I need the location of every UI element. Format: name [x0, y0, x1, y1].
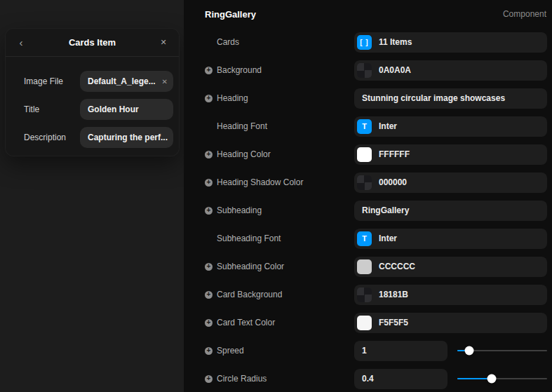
- background-color-swatch[interactable]: [357, 63, 372, 78]
- card-text-color-field[interactable]: F5F5F5: [354, 313, 547, 333]
- property-row-background: + Background 0A0A0A: [184, 56, 552, 84]
- add-override-icon[interactable]: +: [205, 319, 213, 327]
- add-override-icon[interactable]: +: [205, 291, 213, 299]
- heading-label-group: + Heading: [184, 93, 354, 103]
- circle-radius-label: Circle Radius: [217, 374, 267, 384]
- heading-shadow-color-label: Heading Shadow Color: [217, 177, 303, 187]
- card-background-label: Card Background: [217, 290, 282, 299]
- add-override-icon[interactable]: +: [205, 207, 213, 215]
- background-field[interactable]: 0A0A0A: [354, 60, 547, 81]
- circle-radius-slider[interactable]: [457, 374, 547, 384]
- cards-label-group: Cards: [184, 37, 354, 47]
- card-text-color-label: Card Text Color: [217, 318, 275, 327]
- property-row-card-background: + Card Background 18181B: [184, 281, 552, 309]
- add-override-icon[interactable]: +: [205, 263, 213, 271]
- card-text-color-swatch[interactable]: [357, 316, 372, 330]
- description-input[interactable]: Capturing the perf...: [80, 127, 173, 148]
- spreed-slider[interactable]: [457, 346, 547, 356]
- title-input[interactable]: Golden Hour: [80, 99, 173, 120]
- cards-value: 11 Items: [379, 37, 412, 47]
- add-override-icon[interactable]: +: [205, 347, 213, 355]
- description-label: Description: [24, 133, 80, 142]
- subheading-color-label-group: + Subheading Color: [184, 262, 354, 271]
- font-icon[interactable]: T: [357, 119, 372, 134]
- description-row: Description Capturing the perf...: [24, 123, 173, 151]
- circle-radius-label-group: + Circle Radius: [184, 374, 354, 384]
- back-chevron-icon[interactable]: ‹: [15, 37, 27, 48]
- subheading-font-label-group: Subheading Font: [184, 234, 354, 243]
- property-row-subheading: + Subheading RingGallery: [184, 196, 552, 224]
- heading-control: Stunning circular image showcases: [354, 88, 547, 109]
- heading-font-value: Inter: [379, 121, 397, 131]
- heading-color-value: FFFFFF: [379, 149, 410, 159]
- component-title: RingGallery: [205, 9, 256, 20]
- property-row-heading-font: Heading Font T Inter: [184, 112, 552, 140]
- background-control: 0A0A0A: [354, 60, 547, 81]
- title-row: Title Golden Hour: [24, 95, 173, 123]
- heading-label: Heading: [217, 93, 248, 103]
- circle-radius-value: 0.4: [362, 374, 374, 384]
- property-row-subheading-font: Subheading Font T Inter: [184, 224, 552, 252]
- circle-radius-number-input[interactable]: 0.4: [354, 369, 447, 389]
- slider-knob[interactable]: [487, 374, 496, 384]
- array-icon[interactable]: [ ]: [357, 35, 372, 50]
- popover-header: ‹ Cards Item ✕: [6, 29, 179, 57]
- card-background-label-group: + Card Background: [184, 290, 354, 299]
- title-value: Golden Hour: [88, 104, 168, 114]
- description-value: Capturing the perf...: [88, 133, 168, 142]
- image-file-value: Default_A_lege...: [88, 76, 158, 86]
- subheading-input[interactable]: RingGallery: [354, 201, 547, 221]
- background-label-group: + Background: [184, 65, 354, 75]
- slider-knob[interactable]: [464, 346, 473, 356]
- card-background-control: 18181B: [354, 285, 547, 305]
- close-icon[interactable]: ✕: [158, 39, 169, 46]
- property-row-heading: + Heading Stunning circular image showca…: [184, 84, 552, 112]
- circle-radius-control: 0.4: [354, 369, 547, 389]
- heading-shadow-label-group: + Heading Shadow Color: [184, 177, 354, 187]
- canvas-area: ‹ Cards Item ✕ Image File Default_A_lege…: [0, 0, 184, 392]
- card-background-field[interactable]: 18181B: [354, 285, 547, 305]
- background-value: 0A0A0A: [379, 65, 411, 75]
- heading-font-control: T Inter: [354, 116, 547, 137]
- subheading-font-field[interactable]: T Inter: [354, 229, 547, 249]
- subheading-control: RingGallery: [354, 201, 547, 221]
- card-background-swatch[interactable]: [357, 288, 372, 302]
- image-file-input[interactable]: Default_A_lege... ✕: [80, 71, 173, 92]
- subheading-font-label: Subheading Font: [217, 234, 281, 243]
- add-override-icon[interactable]: +: [205, 375, 213, 383]
- heading-shadow-color-control: 000000: [354, 173, 547, 193]
- heading-shadow-color-field[interactable]: 000000: [354, 173, 547, 193]
- add-override-icon[interactable]: +: [205, 179, 213, 187]
- property-row-circle-radius: + Circle Radius 0.4: [184, 365, 552, 392]
- subheading-color-field[interactable]: CCCCCC: [354, 257, 547, 277]
- heading-shadow-color-swatch[interactable]: [357, 175, 372, 190]
- heading-color-field[interactable]: FFFFFF: [354, 144, 547, 165]
- add-override-icon[interactable]: +: [205, 67, 213, 74]
- cards-field[interactable]: [ ] 11 Items: [354, 32, 547, 53]
- spreed-label: Spreed: [217, 346, 244, 356]
- popover-title: Cards Item: [6, 37, 179, 48]
- spreed-control: 1: [354, 341, 547, 361]
- card-text-color-label-group: + Card Text Color: [184, 318, 354, 327]
- image-file-row: Image File Default_A_lege... ✕: [24, 67, 173, 95]
- heading-font-field[interactable]: T Inter: [354, 116, 547, 137]
- spreed-label-group: + Spreed: [184, 346, 354, 356]
- subheading-color-label: Subheading Color: [217, 262, 284, 271]
- add-override-icon[interactable]: +: [205, 95, 213, 102]
- subheading-color-swatch[interactable]: [357, 259, 372, 274]
- heading-color-swatch[interactable]: [357, 147, 372, 162]
- add-override-icon[interactable]: +: [205, 151, 213, 158]
- subheading-color-value: CCCCCC: [379, 262, 415, 271]
- subheading-font-value: Inter: [379, 234, 397, 243]
- background-label: Background: [217, 65, 262, 75]
- cards-item-popover: ‹ Cards Item ✕ Image File Default_A_lege…: [5, 28, 180, 156]
- subheading-color-control: CCCCCC: [354, 257, 547, 277]
- font-icon[interactable]: T: [357, 231, 372, 246]
- remove-image-icon[interactable]: ✕: [162, 78, 168, 86]
- heading-color-label-group: + Heading Color: [184, 149, 354, 159]
- spreed-number-input[interactable]: 1: [354, 341, 447, 361]
- card-text-color-control: F5F5F5: [354, 313, 547, 333]
- heading-input[interactable]: Stunning circular image showcases: [354, 88, 547, 109]
- property-row-subheading-color: + Subheading Color CCCCCC: [184, 252, 552, 281]
- heading-value: Stunning circular image showcases: [362, 93, 505, 103]
